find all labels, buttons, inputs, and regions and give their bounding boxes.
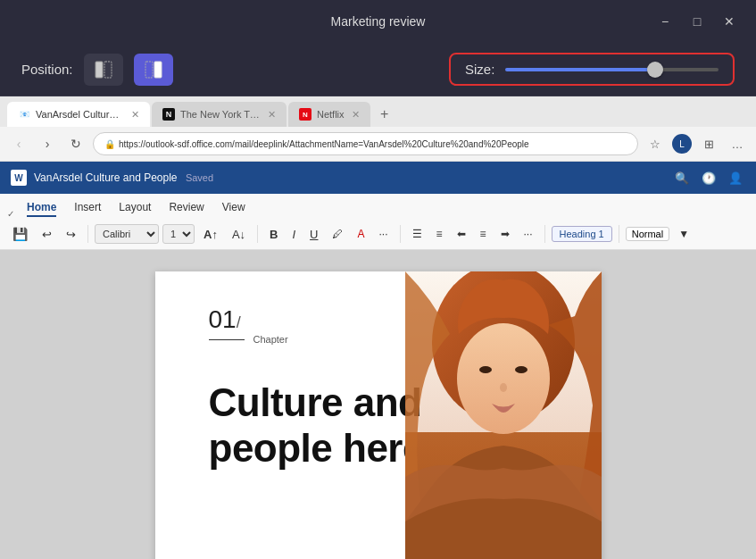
ribbon-tab-insert[interactable]: Insert [65,197,110,219]
svg-rect-0 [96,62,103,78]
browser-profile-icon[interactable]: L [672,134,692,154]
tab-label-vanarsdel: VanArsdel Culture and peo... [36,109,124,120]
sep2 [257,225,258,243]
tab-nyt[interactable]: N The New York Times ✕ [152,102,287,127]
address-text: https://outlook-sdf.office.com/mail/deep… [119,139,529,149]
svg-rect-2 [145,62,153,78]
tab-favicon-nyt: N [162,108,175,121]
size-section: Size: [449,53,735,86]
tab-close-nyt[interactable]: ✕ [268,109,276,121]
chapter-label: Chapter [253,334,288,345]
svg-point-9 [515,366,528,373]
ribbon-tab-layout[interactable]: Layout [110,197,160,219]
position-label: Position: [21,62,73,77]
sep3 [400,225,401,243]
doc-area: 01 / Chapter Culture and people here. [0,250,756,559]
maximize-button[interactable]: □ [685,9,710,34]
svg-point-8 [479,366,492,373]
font-color-btn[interactable]: A [352,223,370,245]
chapter-divider [209,339,245,340]
headline-line2: people here. [209,426,435,470]
style-dropdown-btn[interactable]: ▼ [673,223,694,245]
tab-bar: 📧 VanArsdel Culture and peo... ✕ N The N… [0,96,756,127]
app-bar-right: 🔍 🕐 👤 [672,168,745,188]
ribbon-tab-review[interactable]: Review [160,197,212,219]
history-icon[interactable]: 🕐 [699,168,719,188]
new-tab-button[interactable]: + [372,102,397,127]
normal-style-badge[interactable]: Normal [626,227,669,241]
align-right-btn[interactable]: ➡ [495,223,515,245]
svg-rect-3 [154,62,162,78]
ribbon-tools: 💾 ↩ ↪ Calibri 11 A↑ A↓ B I U 🖊 A ··· ☰ ≡… [0,219,756,249]
font-size-select[interactable]: 11 [162,224,195,244]
align-center-btn[interactable]: ≡ [475,223,492,245]
ribbon-tab-view[interactable]: View [213,197,254,219]
save-btn[interactable]: 💾 [7,223,33,245]
browser-extensions-icon[interactable]: ⊞ [697,132,720,155]
font-name-select[interactable]: Calibri [95,224,159,244]
ribbon-tabs: ✓ Home Insert Layout Review View [0,194,756,219]
forward-button[interactable]: › [36,132,59,155]
ribbon-tab-home[interactable]: Home [18,197,65,219]
back-button[interactable]: ‹ [7,132,30,155]
redo-btn[interactable]: ↪ [61,223,81,245]
increase-font-btn[interactable]: A↑ [198,223,223,245]
tab-close-netflix[interactable]: ✕ [352,109,360,121]
underline-btn[interactable]: U [304,223,323,245]
svg-point-10 [500,383,507,392]
chapter-slash: / [237,313,241,332]
svg-point-7 [457,323,550,434]
highlight-btn[interactable]: 🖊 [327,223,348,245]
doc-title-text: VanArsdel Culture and People [34,171,178,184]
tab-close-vanarsdel[interactable]: ✕ [131,109,139,121]
position-right-button[interactable] [134,54,173,86]
title-bar: Marketing review − □ ✕ [0,0,756,43]
doc-saved-status: Saved [186,172,213,183]
autosave-indicator: ✓ [7,209,14,219]
bullets-btn[interactable]: ☰ [407,223,428,245]
refresh-button[interactable]: ↻ [64,132,87,155]
window-title: Marketing review [331,14,426,29]
align-left-btn[interactable]: ⬅ [452,223,471,245]
tab-favicon-vanarsdel: 📧 [18,108,30,121]
split-left-icon [94,60,113,79]
headline-line1: Culture and [209,380,422,424]
tab-favicon-netflix: N [299,108,312,121]
close-button[interactable]: ✕ [717,9,742,34]
tab-label-nyt: The New York Times [180,109,261,120]
profile-icon[interactable]: 👤 [726,168,745,188]
doc-title: VanArsdel Culture and People Saved [34,171,213,184]
content-area: 📧 VanArsdel Culture and peo... ✕ N The N… [0,96,756,559]
browser-favorites-icon[interactable]: ☆ [644,132,667,155]
toolbar: Position: Size: [0,43,756,96]
search-icon[interactable]: 🔍 [672,168,692,188]
sep1 [87,225,88,243]
tab-label-netflix: Netflix [317,109,345,120]
tab-netflix[interactable]: N Netflix ✕ [288,102,370,127]
size-slider[interactable] [505,68,719,71]
window-controls: − □ ✕ [652,9,742,34]
position-left-button[interactable] [84,54,123,86]
decrease-font-btn[interactable]: A↓ [227,223,251,245]
minimize-button[interactable]: − [652,9,677,34]
size-label: Size: [465,62,494,77]
nav-bar: ‹ › ↻ 🔒 https://outlook-sdf.office.com/m… [0,127,756,161]
italic-btn[interactable]: I [287,223,301,245]
person-svg [405,271,602,559]
app-bar: W VanArsdel Culture and People Saved 🔍 🕐… [0,162,756,194]
address-bar[interactable]: 🔒 https://outlook-sdf.office.com/mail/de… [93,132,638,155]
browser-chrome: 📧 VanArsdel Culture and peo... ✕ N The N… [0,96,756,162]
bold-btn[interactable]: B [264,223,283,245]
numbering-btn[interactable]: ≡ [431,223,448,245]
tab-vanarsdel[interactable]: 📧 VanArsdel Culture and peo... ✕ [7,102,150,127]
more-text-btn[interactable]: ··· [373,223,393,245]
split-right-icon [144,60,163,79]
undo-btn[interactable]: ↩ [37,223,57,245]
ribbon: ✓ Home Insert Layout Review View 💾 ↩ ↪ [0,194,756,250]
more-para-btn[interactable]: ··· [519,223,538,245]
person-image [405,271,602,559]
heading-style-badge[interactable]: Heading 1 [552,226,612,242]
svg-rect-1 [104,62,112,78]
word-icon: W [14,173,22,183]
browser-menu-icon[interactable]: … [726,132,749,155]
